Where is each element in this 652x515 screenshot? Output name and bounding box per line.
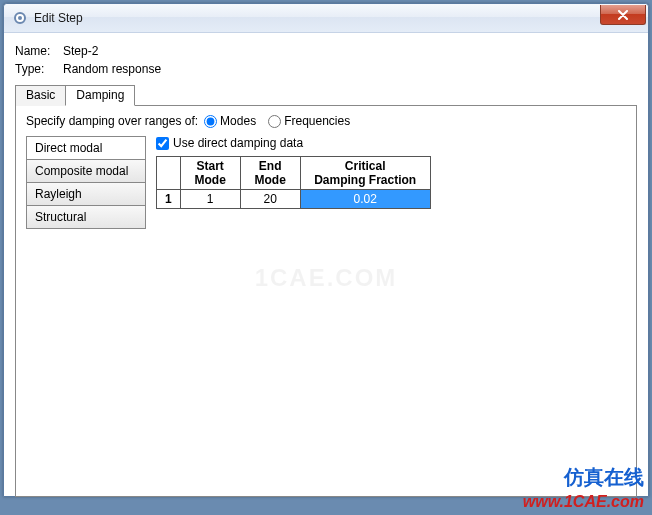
radio-frequencies-label: Frequencies: [284, 114, 350, 128]
cell-start-mode[interactable]: 1: [180, 190, 240, 209]
col-end-mode: EndMode: [240, 157, 300, 190]
tab-panel-damping: Specify damping over ranges of: Modes Fr…: [15, 105, 637, 497]
name-label: Name:: [15, 44, 63, 58]
radio-modes[interactable]: Modes: [204, 114, 256, 128]
specify-label: Specify damping over ranges of:: [26, 114, 198, 128]
footer-brand-cn: 仿真在线: [564, 464, 644, 491]
damping-table: StartMode EndMode CriticalDamping Fracti…: [156, 156, 431, 209]
tab-damping[interactable]: Damping: [65, 85, 135, 106]
window-title: Edit Step: [34, 11, 600, 25]
close-button[interactable]: [600, 5, 646, 25]
col-rownum: [157, 157, 181, 190]
client-area: Name: Step-2 Type: Random response Basic…: [5, 34, 647, 495]
damping-category-list: Direct modal Composite modal Rayleigh St…: [26, 136, 146, 229]
cell-end-mode[interactable]: 20: [240, 190, 300, 209]
name-value: Step-2: [63, 44, 98, 58]
cell-critical-fraction[interactable]: 0.02: [300, 190, 430, 209]
table-row[interactable]: 1 1 20 0.02: [157, 190, 431, 209]
damping-content: Use direct damping data StartMode EndMod…: [156, 136, 626, 229]
footer-url: www.1CAE.com: [523, 493, 644, 511]
radio-modes-input[interactable]: [204, 115, 217, 128]
tab-strip: Basic Damping: [15, 84, 637, 105]
sidetab-direct-modal[interactable]: Direct modal: [27, 137, 145, 160]
type-label: Type:: [15, 62, 63, 76]
radio-modes-label: Modes: [220, 114, 256, 128]
sidetab-structural[interactable]: Structural: [27, 206, 145, 228]
svg-point-1: [18, 16, 22, 20]
tab-basic[interactable]: Basic: [15, 85, 66, 106]
sidetab-composite-modal[interactable]: Composite modal: [27, 160, 145, 183]
type-value: Random response: [63, 62, 161, 76]
radio-frequencies-input[interactable]: [268, 115, 281, 128]
sidetab-rayleigh[interactable]: Rayleigh: [27, 183, 145, 206]
use-direct-damping-checkbox[interactable]: [156, 137, 169, 150]
radio-frequencies[interactable]: Frequencies: [268, 114, 350, 128]
col-start-mode: StartMode: [180, 157, 240, 190]
use-direct-damping-label: Use direct damping data: [173, 136, 303, 150]
titlebar: Edit Step: [4, 4, 648, 33]
cell-rownum: 1: [157, 190, 181, 209]
col-critical-fraction: CriticalDamping Fraction: [300, 157, 430, 190]
app-icon: [12, 10, 28, 26]
dialog-window: Edit Step Name: Step-2 Type: Random resp…: [3, 3, 649, 497]
